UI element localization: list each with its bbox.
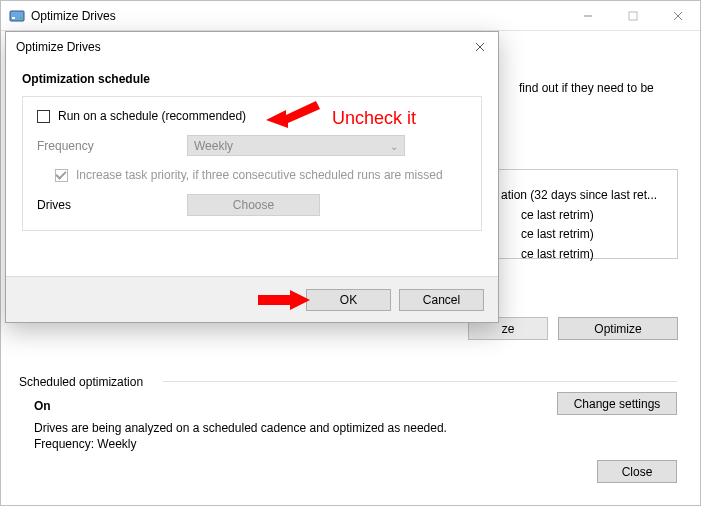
intro-text-fragment: find out if they need to be bbox=[519, 81, 654, 95]
dialog-title: Optimize Drives bbox=[16, 40, 466, 54]
ok-button[interactable]: OK bbox=[306, 289, 391, 311]
window-close-button[interactable] bbox=[655, 1, 700, 30]
frequency-label: Frequency bbox=[37, 139, 187, 153]
drive-optimizer-icon bbox=[9, 8, 25, 24]
chevron-down-icon: ⌄ bbox=[390, 140, 398, 151]
change-settings-button[interactable]: Change settings bbox=[557, 392, 677, 415]
dialog-footer: OK Cancel bbox=[6, 276, 498, 322]
window-titlebar: Optimize Drives bbox=[1, 1, 700, 31]
close-button[interactable]: Close bbox=[597, 460, 677, 483]
optimization-schedule-heading: Optimization schedule bbox=[22, 72, 482, 86]
scheduled-frequency: Frequency: Weekly bbox=[34, 437, 137, 451]
drives-label: Drives bbox=[37, 198, 187, 212]
dialog-titlebar: Optimize Drives bbox=[6, 32, 498, 62]
choose-drives-button: Choose bbox=[187, 194, 320, 216]
scheduled-optimization-heading: Scheduled optimization bbox=[19, 375, 143, 389]
svg-rect-1 bbox=[12, 17, 15, 19]
window-maximize-button[interactable] bbox=[610, 1, 655, 30]
cancel-button[interactable]: Cancel bbox=[399, 289, 484, 311]
frequency-value: Weekly bbox=[194, 139, 233, 153]
schedule-options-group: Run on a schedule (recommended) Frequenc… bbox=[22, 96, 482, 231]
svg-rect-4 bbox=[629, 12, 637, 20]
drive-status-text: ce last retrim) bbox=[521, 227, 594, 241]
optimize-button[interactable]: Optimize bbox=[558, 317, 678, 340]
dialog-close-button[interactable] bbox=[466, 35, 494, 59]
run-on-schedule-label: Run on a schedule (recommended) bbox=[58, 109, 246, 123]
scheduled-description: Drives are being analyzed on a scheduled… bbox=[34, 421, 447, 435]
scheduled-status: On bbox=[34, 399, 51, 413]
run-on-schedule-checkbox[interactable] bbox=[37, 110, 50, 123]
drive-status-text: ce last retrim) bbox=[521, 247, 594, 261]
increase-priority-label: Increase task priority, if three consecu… bbox=[76, 168, 443, 182]
window-title: Optimize Drives bbox=[31, 9, 565, 23]
increase-priority-checkbox bbox=[55, 169, 68, 182]
divider bbox=[163, 381, 677, 382]
frequency-select: Weekly ⌄ bbox=[187, 135, 405, 156]
svg-rect-0 bbox=[10, 11, 24, 21]
drive-status-text: ce last retrim) bbox=[521, 208, 594, 222]
svg-point-2 bbox=[20, 17, 22, 19]
drive-status-text: ation (32 days since last ret... bbox=[501, 188, 657, 202]
window-minimize-button[interactable] bbox=[565, 1, 610, 30]
schedule-dialog: Optimize Drives Optimization schedule Ru… bbox=[5, 31, 499, 323]
